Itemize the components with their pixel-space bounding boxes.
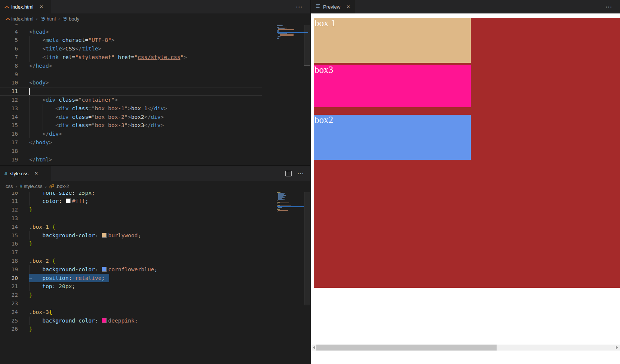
code-line[interactable]: 16 </div> [0, 130, 310, 138]
breadcrumb-item[interactable]: html [40, 16, 56, 22]
line-number: 23 [0, 299, 18, 308]
code-line[interactable]: 13 <div class="box box-1">box 1</div> [0, 104, 310, 113]
line-number: 16 [0, 240, 18, 248]
line-number: 14 [0, 113, 18, 121]
code-line[interactable]: 17</body> [0, 138, 310, 147]
breadcrumb: <>index.html›html›body [0, 13, 310, 24]
code-line[interactable]: 12 <div class="container"> [0, 96, 310, 104]
code-line[interactable]: 13 [0, 214, 310, 223]
tab-style-css[interactable]: # style.css ✕ [0, 166, 51, 181]
line-number: 9 [0, 70, 18, 79]
tab-preview[interactable]: Preview ✕ [311, 0, 355, 13]
code-line[interactable]: 12} [0, 206, 310, 214]
code-line[interactable]: 21 top: 20px; [0, 282, 310, 291]
breadcrumb-item[interactable]: .box-2 [49, 183, 69, 189]
cube-icon [40, 16, 45, 21]
code-line[interactable]: 5 <meta charset="UTF-8"> [0, 36, 310, 44]
editor-actions-bottom: ⋯ [285, 166, 304, 181]
line-number: 20 [0, 274, 18, 283]
line-number: 22 [0, 291, 18, 299]
line-number: 21 [0, 282, 18, 291]
code-line[interactable]: 15 background-color: burlywood; [0, 231, 310, 240]
line-number: 11 [0, 197, 18, 206]
code-line[interactable]: 18 [0, 147, 310, 155]
code-editor-html[interactable]: 34<head>5 <meta charset="UTF-8">6 <title… [0, 24, 310, 166]
breadcrumb-item[interactable]: <>index.html [6, 16, 34, 22]
horizontal-scrollbar[interactable] [311, 345, 620, 351]
code-line[interactable]: 26} [0, 325, 310, 333]
code-line[interactable]: 10 font-size: 25px; [0, 192, 310, 197]
color-swatch [102, 318, 107, 323]
vscode-workbench: { "ui": { "close": "✕", "more": "⋯", "se… [0, 0, 620, 364]
code-line[interactable]: 18.box-2 { [0, 257, 310, 265]
close-icon[interactable]: ✕ [39, 4, 44, 10]
line-number: 15 [0, 231, 18, 240]
code-line[interactable]: 11 [0, 87, 310, 96]
color-swatch [66, 198, 71, 203]
breadcrumb-item[interactable]: body [62, 16, 79, 22]
rendered-box-3: box3 [314, 65, 471, 107]
rendered-box-1: box 1 [314, 18, 471, 63]
code-icon: <> [6, 16, 10, 22]
breadcrumb-item[interactable]: #style.css [20, 183, 43, 189]
cube-icon [62, 16, 67, 21]
tab-label: Preview [323, 4, 340, 10]
code-line[interactable]: 20→ position:·relative; [0, 274, 310, 283]
code-line[interactable]: 6 <title>CSS</title> [0, 44, 310, 53]
code-line[interactable]: 7 <link rel="stylesheet" href="css/style… [0, 53, 310, 62]
code-line[interactable]: 19 background-color: cornflowerblue; [0, 265, 310, 274]
code-line[interactable]: 16} [0, 240, 310, 248]
scroll-right-icon[interactable] [614, 345, 620, 351]
close-icon[interactable]: ✕ [345, 4, 351, 10]
code-line[interactable]: 4<head> [0, 28, 310, 36]
preview-pane: Preview ✕ ⋯ box 1 box3 box2 [310, 0, 620, 364]
line-number: 13 [0, 214, 18, 223]
line-number: 10 [0, 78, 18, 87]
line-number: 12 [0, 96, 18, 104]
line-number: 19 [0, 265, 18, 274]
color-swatch [102, 233, 107, 238]
chevron-right-icon: › [16, 184, 17, 189]
scrollbar-thumb[interactable] [316, 345, 497, 351]
editor-actions-top: ⋯ [296, 0, 302, 13]
code-line[interactable]: 22} [0, 291, 310, 299]
line-number: 18 [0, 147, 18, 155]
code-line[interactable]: 15 <div class="box box-3">box3</div> [0, 121, 310, 130]
code-line[interactable]: 10<body> [0, 78, 310, 87]
chevron-right-icon: › [45, 184, 47, 189]
code-line[interactable]: 9 [0, 70, 310, 79]
code-line[interactable]: 25 background-color: deeppink; [0, 317, 310, 325]
line-number: 7 [0, 53, 18, 62]
tab-index-html[interactable]: <> index.html ✕ [0, 0, 51, 13]
code-line[interactable]: 24.box-3{ [0, 308, 310, 317]
line-number: 18 [0, 257, 18, 265]
chevron-right-icon: › [58, 16, 60, 21]
code-line[interactable]: 17 [0, 248, 310, 257]
tab-label: index.html [11, 4, 33, 10]
line-number: 16 [0, 130, 18, 138]
html-file-icon: <> [4, 4, 9, 10]
preview-icon [316, 4, 320, 10]
line-number: 15 [0, 121, 18, 130]
line-number: 10 [0, 192, 18, 197]
rendered-box-2: box2 [314, 115, 471, 160]
breadcrumb-item[interactable]: css [6, 183, 13, 189]
code-line[interactable]: 19</html> [0, 155, 310, 164]
code-line[interactable]: 11 color: #fff; [0, 197, 310, 206]
code-line[interactable]: 14 <div class="box box-2">box2</div> [0, 113, 310, 121]
more-actions-icon[interactable]: ⋯ [296, 4, 302, 10]
line-number: 25 [0, 317, 18, 325]
rendered-container: box 1 box3 box2 [314, 18, 620, 288]
code-editor-css[interactable]: 10 font-size: 25px;11 color: #fff;12}131… [0, 192, 310, 364]
tab-label: style.css [10, 171, 28, 176]
split-editor-icon[interactable] [285, 171, 292, 176]
chevron-right-icon: › [36, 16, 38, 21]
code-line[interactable]: 8</head> [0, 62, 310, 70]
line-number: 14 [0, 223, 18, 231]
more-actions-icon[interactable]: ⋯ [605, 4, 612, 10]
code-line[interactable]: 23 [0, 299, 310, 308]
code-line[interactable]: 14.box-1 { [0, 223, 310, 231]
code-line[interactable]: 3 [0, 24, 310, 28]
close-icon[interactable]: ✕ [33, 170, 39, 176]
more-actions-icon[interactable]: ⋯ [297, 170, 304, 177]
